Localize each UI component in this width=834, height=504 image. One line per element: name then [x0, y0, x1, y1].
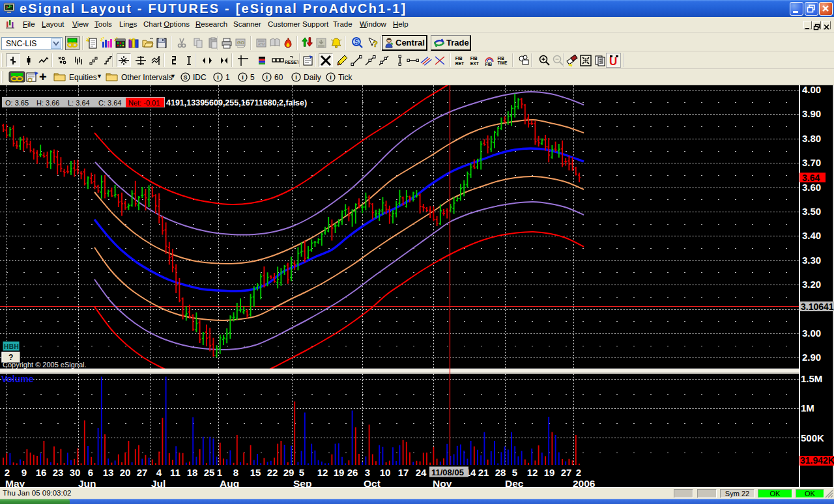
svg-text:3.80: 3.80 [802, 133, 821, 144]
svg-text:11/08/05: 11/08/05 [431, 468, 464, 477]
svg-text:Jun: Jun [78, 478, 96, 487]
svg-text:I: I [295, 74, 297, 81]
svg-text:1: 1 [217, 467, 222, 478]
svg-text:3.64: 3.64 [802, 173, 820, 183]
svg-text:3.70: 3.70 [802, 157, 821, 168]
svg-text:24: 24 [416, 467, 427, 478]
svg-text:3.50: 3.50 [802, 206, 821, 217]
svg-text:4.00: 4.00 [802, 85, 821, 95]
svg-text:Dec: Dec [505, 478, 524, 487]
svg-text:S: S [183, 74, 187, 81]
svg-text:25: 25 [204, 467, 215, 478]
svg-text:1M: 1M [801, 402, 814, 413]
svg-text:3.90: 3.90 [802, 108, 821, 119]
svg-text:1.5M: 1.5M [801, 373, 822, 384]
svg-text:EXT: EXT [470, 61, 480, 65]
svg-text:3.00: 3.00 [802, 328, 821, 339]
svg-text:8: 8 [233, 467, 238, 478]
svg-text:FIB: FIB [498, 56, 505, 61]
svg-text:4: 4 [156, 467, 162, 478]
svg-text:31.942K: 31.942K [800, 455, 834, 466]
svg-text:2006: 2006 [573, 478, 596, 487]
svg-text:30: 30 [70, 467, 81, 478]
svg-text:?: ? [373, 39, 378, 49]
svg-text:HBH: HBH [4, 343, 19, 350]
svg-text:13: 13 [103, 467, 114, 478]
svg-text:3.30: 3.30 [802, 255, 821, 266]
svg-text:Aug: Aug [220, 478, 239, 487]
svg-text:9: 9 [22, 467, 27, 478]
svg-text:RESET: RESET [285, 60, 298, 64]
svg-text:17: 17 [398, 467, 409, 478]
svg-text:TIME: TIME [498, 61, 508, 65]
svg-text:3: 3 [365, 467, 370, 478]
svg-text:16: 16 [36, 467, 47, 478]
svg-text:500K: 500K [801, 432, 824, 443]
svg-text:12: 12 [527, 467, 538, 478]
svg-text:10: 10 [380, 467, 391, 478]
svg-text:RET: RET [455, 61, 465, 65]
svg-text:18: 18 [187, 467, 198, 478]
svg-text:I: I [217, 74, 219, 81]
svg-text:ATM: ATM [258, 42, 265, 46]
svg-text:FIB: FIB [455, 56, 463, 61]
svg-text:Copyright © 2005 eSignal.: Copyright © 2005 eSignal. [3, 361, 87, 369]
svg-text:3.60: 3.60 [802, 182, 821, 193]
svg-text:May: May [5, 478, 25, 487]
svg-text:I: I [330, 74, 332, 81]
svg-text:20: 20 [120, 467, 131, 478]
svg-text:2.90: 2.90 [802, 352, 821, 363]
svg-text:3.40: 3.40 [802, 230, 821, 241]
svg-text:FIB: FIB [470, 56, 478, 61]
svg-text:FIB: FIB [485, 61, 492, 66]
svg-text:26: 26 [347, 467, 358, 478]
svg-text:I: I [242, 74, 244, 81]
svg-text:27: 27 [137, 467, 148, 478]
svg-text:Nov: Nov [433, 478, 452, 487]
svg-text:Volume: Volume [1, 374, 34, 384]
svg-text:4191,13395609,255,16711680,2,f: 4191,13395609,255,16711680,2,false) [166, 98, 307, 107]
svg-text:H: 3.66: H: 3.66 [36, 99, 59, 107]
svg-text:23: 23 [53, 467, 64, 478]
svg-text:22: 22 [267, 467, 278, 478]
svg-text:Net: -0.01: Net: -0.01 [128, 99, 160, 107]
svg-text:Jul: Jul [151, 478, 165, 487]
svg-text:S: S [354, 38, 359, 46]
svg-text:12: 12 [317, 467, 328, 478]
svg-text:L: 3.64: L: 3.64 [68, 99, 90, 107]
svg-text:19: 19 [334, 467, 345, 478]
svg-text:Oct: Oct [364, 478, 381, 487]
svg-text:21: 21 [478, 467, 489, 478]
svg-text:6: 6 [88, 467, 93, 478]
svg-text:5: 5 [512, 467, 517, 478]
svg-text:2: 2 [5, 467, 10, 478]
svg-text:GO: GO [237, 40, 244, 45]
svg-text:11: 11 [170, 467, 180, 478]
svg-text:C: 3.64: C: 3.64 [98, 99, 121, 107]
svg-text:27: 27 [561, 467, 572, 478]
svg-text:O: 3.65: O: 3.65 [5, 99, 29, 107]
svg-text:I: I [266, 74, 268, 81]
svg-text:29: 29 [283, 467, 295, 478]
svg-text:19: 19 [544, 467, 555, 478]
svg-text:15: 15 [250, 467, 261, 478]
svg-text:28: 28 [495, 467, 506, 478]
svg-text:Sep: Sep [293, 478, 311, 487]
svg-text:5: 5 [299, 467, 304, 478]
svg-text:3.20: 3.20 [802, 279, 821, 290]
svg-text:2: 2 [576, 467, 581, 478]
